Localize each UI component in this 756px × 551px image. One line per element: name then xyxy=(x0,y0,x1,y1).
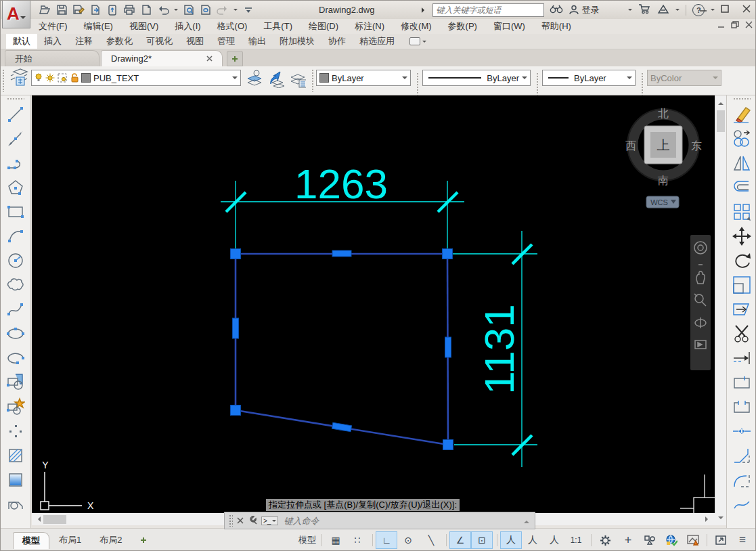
menu-parametric[interactable]: 参数(P) xyxy=(448,20,477,32)
app-store-cart-icon[interactable] xyxy=(638,3,651,16)
export-icon[interactable] xyxy=(89,4,102,16)
hatch-tool[interactable] xyxy=(3,443,28,468)
ribbon-tab-home[interactable]: 默认 xyxy=(6,34,37,49)
mirror-tool[interactable] xyxy=(730,151,754,175)
rotate-tool[interactable] xyxy=(730,248,754,273)
layout-tab-layout1[interactable]: 布局1 xyxy=(50,532,90,548)
share-sheet-icon[interactable] xyxy=(200,4,212,16)
ortho-mode-icon[interactable]: ∟ xyxy=(376,532,397,548)
new-layout-button[interactable] xyxy=(131,532,156,548)
viewcube-top-face[interactable]: 上 xyxy=(657,138,670,152)
menu-format[interactable]: 格式(O) xyxy=(217,20,248,32)
ribbon-tab-manage[interactable]: 管理 xyxy=(210,34,242,49)
customize-qat-icon[interactable] xyxy=(242,4,254,16)
plot-icon[interactable] xyxy=(123,4,135,16)
array-tool[interactable] xyxy=(730,200,754,224)
isometric-drafting-icon[interactable]: ╲ xyxy=(421,532,441,548)
extend-tool[interactable] xyxy=(730,346,754,370)
command-history-expand-icon[interactable] xyxy=(524,518,529,523)
scroll-left-icon[interactable] xyxy=(35,516,41,522)
doc-restore-button[interactable] xyxy=(731,20,739,30)
multiple-points-tool[interactable] xyxy=(3,419,28,443)
polyline-tool[interactable] xyxy=(3,151,28,175)
ribbon-display-toggle[interactable] xyxy=(405,34,430,49)
ribbon-tab-visualize[interactable]: 可视化 xyxy=(139,34,179,49)
palette-grip[interactable] xyxy=(229,514,233,527)
save-icon[interactable] xyxy=(55,4,68,16)
sign-in[interactable]: 登录 xyxy=(569,4,599,16)
object-color-combo[interactable]: ByLayer xyxy=(316,70,411,86)
redo-icon[interactable] xyxy=(217,4,229,16)
gradient-tool[interactable] xyxy=(3,468,28,492)
menu-draw[interactable]: 绘图(D) xyxy=(309,20,338,32)
chamfer-tool[interactable] xyxy=(730,443,754,468)
layer-properties-manager-icon[interactable] xyxy=(288,70,306,87)
dim-text-vertical[interactable]: 1131 xyxy=(476,304,522,394)
arc-tool[interactable] xyxy=(3,224,28,248)
break-tool[interactable] xyxy=(730,395,754,419)
annotation-scale-person-icon[interactable]: 人 xyxy=(544,532,564,548)
blend-curves-tool[interactable] xyxy=(730,492,754,516)
save-as-icon[interactable] xyxy=(72,4,85,16)
fillet-tool[interactable] xyxy=(730,468,754,492)
ribbon-tab-addins[interactable]: 附加模块 xyxy=(273,34,321,49)
hardware-acceleration-icon[interactable] xyxy=(661,532,682,548)
boundary-tool[interactable] xyxy=(3,492,28,516)
palette-close-icon[interactable] xyxy=(237,516,244,526)
make-object-layer-current-icon[interactable] xyxy=(245,70,263,87)
redo-dropdown-icon[interactable] xyxy=(234,9,238,13)
ribbon-tab-annotate[interactable]: 注释 xyxy=(68,34,99,49)
erase-tool[interactable] xyxy=(730,102,754,127)
annotation-scale-value[interactable]: 1:1 xyxy=(566,532,586,548)
plus-icon[interactable]: + xyxy=(618,532,638,548)
layout-tab-layout2[interactable]: 布局2 xyxy=(91,532,131,548)
model-space-view[interactable]: 1263 1131 xyxy=(32,95,715,513)
preview-icon[interactable] xyxy=(183,4,195,16)
workspace-switching-icon[interactable] xyxy=(595,532,615,548)
new-drawing-tab-button[interactable] xyxy=(227,51,243,66)
ribbon-tab-insert[interactable]: 插入 xyxy=(37,34,68,49)
ribbon-tab-output[interactable]: 输出 xyxy=(242,34,273,49)
command-input[interactable] xyxy=(282,515,520,527)
viewcube-north[interactable]: 北 xyxy=(658,108,669,119)
vertical-scrollbar[interactable] xyxy=(715,95,726,513)
polygon-tool[interactable] xyxy=(3,175,28,200)
linetype-combo[interactable]: ByLayer xyxy=(422,70,531,86)
menu-tools[interactable]: 工具(T) xyxy=(263,20,292,32)
doc-minimize-button[interactable] xyxy=(717,20,725,30)
menu-dimension[interactable]: 标注(N) xyxy=(355,20,384,32)
drawing-canvas[interactable]: 1263 1131 xyxy=(32,95,715,513)
ucs-icon[interactable] xyxy=(41,472,82,510)
elliptical-arc-tool[interactable] xyxy=(3,346,28,370)
autodesk-connect-icon[interactable] xyxy=(657,4,669,16)
horizontal-scroll-thumb[interactable] xyxy=(43,515,66,524)
undo-dropdown-icon[interactable] xyxy=(174,9,178,13)
scrollbar-corner[interactable] xyxy=(715,513,726,525)
new-sheet-icon[interactable] xyxy=(140,4,152,16)
close-button[interactable] xyxy=(740,3,753,15)
selected-polyline[interactable] xyxy=(236,254,448,445)
layout-tab-model[interactable]: 模型 xyxy=(13,532,49,549)
viewcube[interactable]: 上 北 南 西 东 WCS xyxy=(625,108,702,208)
rectangle-tool[interactable] xyxy=(3,200,28,224)
isolate-objects-icon[interactable] xyxy=(640,532,660,548)
object-snap-tracking-icon[interactable]: ∠ xyxy=(450,532,470,548)
menu-window[interactable]: 窗口(W) xyxy=(493,20,525,32)
grid-display-icon[interactable]: ▦ xyxy=(326,532,346,548)
toolbar-overflow-arrow[interactable] xyxy=(422,7,427,13)
toolbar-grip[interactable] xyxy=(536,72,539,95)
menu-file[interactable]: 文件(F) xyxy=(39,20,68,32)
vertical-scroll-thumb[interactable] xyxy=(717,110,725,132)
application-menu-button[interactable]: A xyxy=(2,0,30,28)
toolbar-grip[interactable] xyxy=(2,69,5,92)
search-input[interactable] xyxy=(432,3,544,17)
fullscreen-icon[interactable] xyxy=(711,532,731,548)
lineweight-combo[interactable]: ByLayer xyxy=(542,70,636,86)
layer-previous-icon[interactable] xyxy=(267,70,284,87)
wcs-label[interactable]: WCS xyxy=(650,198,668,206)
dim-text-horizontal[interactable]: 1263 xyxy=(294,160,388,207)
scroll-right-icon[interactable] xyxy=(705,516,711,522)
ribbon-tab-collaborate[interactable]: 协作 xyxy=(321,34,353,49)
toolbar-grip[interactable] xyxy=(733,97,751,101)
object-snap-icon[interactable]: ⊡ xyxy=(472,532,492,548)
